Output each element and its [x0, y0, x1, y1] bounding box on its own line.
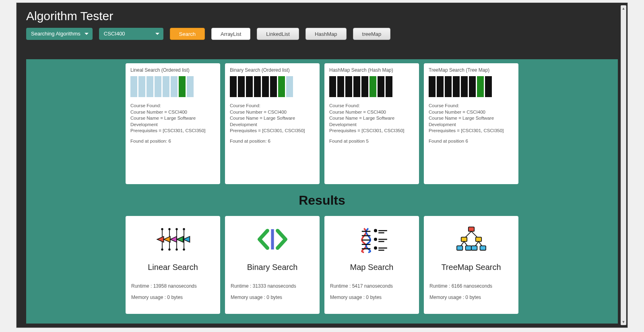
viz-info-line: Prerequisites = [CSCI301, CSCI350]	[230, 128, 315, 134]
course-select-value: CSCI400	[104, 31, 125, 37]
linear-search-icon	[155, 225, 191, 254]
results-heading: Results	[26, 193, 618, 208]
viz-bars	[329, 76, 414, 97]
result-card: TreeMap SearchRuntime : 6166 nanoseconds…	[424, 216, 518, 314]
viz-bar	[361, 76, 368, 97]
svg-rect-35	[475, 237, 481, 242]
viz-card-title: TreeMap Search (Tree Map)	[429, 67, 514, 73]
viz-info-line: Prerequisites = [CSCI301, CSCI350]	[329, 128, 414, 134]
app-title: Algorithm Tester	[26, 9, 618, 23]
result-runtime: Runtime : 5417 nanoseconds	[330, 283, 393, 289]
result-card: Binary SearchRuntime : 31333 nanoseconds…	[225, 216, 320, 314]
result-runtime: Runtime : 31333 nanoseconds	[231, 283, 296, 289]
header: Algorithm Tester	[17, 3, 627, 28]
viz-bar	[429, 76, 436, 97]
window-scrollbar[interactable]: ▲ ▼	[621, 5, 626, 325]
viz-found-line: Found at position: 6	[130, 138, 215, 145]
svg-point-18	[374, 230, 376, 232]
tab-hashmap[interactable]: HashMap	[305, 28, 347, 40]
viz-bar	[386, 76, 392, 97]
svg-point-22	[374, 247, 376, 249]
algorithm-select-value: Searching Algorithms	[31, 31, 80, 37]
svg-point-8	[161, 249, 163, 251]
tab-arraylist[interactable]: ArrayList	[211, 28, 250, 40]
viz-info-line: Prerequisites = [CSCI301, CSCI350]	[429, 128, 514, 134]
viz-bar	[353, 76, 360, 97]
viz-bar	[337, 76, 344, 97]
visualization-row: Lineal Search (Ordered list)Course Found…	[26, 59, 618, 190]
svg-point-11	[183, 249, 185, 251]
result-name: TreeMap Search	[441, 263, 501, 272]
viz-bar	[187, 76, 194, 97]
content-area[interactable]: Lineal Search (Ordered list)Course Found…	[26, 59, 618, 324]
viz-info-line: Course Number = CSCI400	[230, 109, 315, 116]
viz-bar	[130, 76, 137, 97]
svg-point-9	[168, 249, 170, 251]
viz-bar	[155, 76, 161, 97]
viz-card: Binary Search (Ordered list)Course Found…	[225, 63, 320, 184]
result-name: Binary Search	[247, 263, 298, 272]
viz-info-line: Course Number = CSCI400	[329, 109, 414, 116]
viz-info-line: Course Found:	[429, 103, 514, 109]
svg-rect-12	[271, 229, 274, 249]
course-select[interactable]: CSCI400	[99, 28, 163, 40]
viz-card-title: HashMap Search (Hash Map)	[329, 67, 414, 73]
svg-rect-33	[468, 227, 474, 231]
viz-found-line: Found at position: 6	[230, 138, 315, 145]
viz-bar	[270, 76, 277, 97]
svg-rect-34	[461, 237, 466, 242]
chevron-down-icon	[155, 33, 159, 35]
result-runtime: Runtime : 6166 nanoseconds	[429, 283, 492, 289]
app-window: Algorithm Tester Searching Algorithms CS…	[16, 2, 628, 328]
algorithm-select[interactable]: Searching Algorithms	[26, 28, 93, 40]
scroll-down-icon[interactable]: ▼	[621, 319, 626, 325]
viz-bar	[378, 76, 384, 97]
results-row: Linear SearchRuntime : 13958 nanoseconds…	[26, 212, 618, 324]
svg-rect-39	[480, 246, 485, 250]
result-icon-wrap	[352, 223, 392, 255]
svg-rect-38	[471, 246, 477, 250]
scroll-up-icon[interactable]: ▲	[621, 6, 626, 11]
result-icon-wrap	[153, 223, 193, 255]
viz-info-line: Prerequisites = [CSCI301, CSCI350]	[130, 128, 215, 134]
chevron-down-icon	[85, 33, 89, 35]
viz-info-line: Course Found:	[230, 103, 315, 109]
result-icon-wrap	[252, 223, 293, 255]
viz-bar	[369, 76, 376, 97]
result-memory: Memory usage : 0 bytes	[131, 295, 183, 300]
viz-info-line: Course Name = Large Software Development	[329, 115, 414, 128]
viz-bar	[138, 76, 145, 97]
viz-bars	[230, 76, 315, 97]
viz-bar	[485, 76, 492, 97]
viz-info-line: Course Number = CSCI400	[429, 109, 514, 116]
viz-bar	[461, 76, 468, 97]
viz-bar	[477, 76, 484, 97]
viz-bar	[262, 76, 269, 97]
viz-card: TreeMap Search (Tree Map)Course Found:Co…	[424, 63, 518, 184]
result-runtime: Runtime : 13958 nanoseconds	[131, 283, 197, 289]
tab-treemap[interactable]: treeMap	[353, 28, 391, 40]
viz-info-line: Course Name = Large Software Development	[130, 115, 215, 128]
result-icon-wrap	[451, 223, 491, 255]
svg-rect-37	[465, 246, 471, 250]
viz-bar	[445, 76, 452, 97]
viz-bar	[453, 76, 460, 97]
viz-bar	[171, 76, 178, 97]
viz-bars	[130, 76, 215, 97]
viz-bar	[329, 76, 336, 97]
viz-bars	[429, 76, 514, 97]
viz-info-line: Course Name = Large Software Development	[230, 115, 315, 128]
tab-linkedlist[interactable]: LinkedList	[257, 28, 299, 40]
viz-bar	[163, 76, 169, 97]
viz-bar	[345, 76, 352, 97]
search-button[interactable]: Search	[170, 28, 205, 40]
svg-point-4	[161, 228, 163, 230]
result-memory: Memory usage : 0 bytes	[231, 295, 282, 300]
svg-point-7	[183, 228, 185, 230]
result-name: Map Search	[350, 263, 394, 272]
viz-bar	[437, 76, 444, 97]
viz-found-line: Found at position 5	[329, 138, 414, 145]
viz-card: HashMap Search (Hash Map)Course Found:Co…	[324, 63, 419, 184]
result-card: Map SearchRuntime : 5417 nanosecondsMemo…	[324, 216, 419, 314]
viz-info-line: Course Found:	[329, 103, 414, 109]
